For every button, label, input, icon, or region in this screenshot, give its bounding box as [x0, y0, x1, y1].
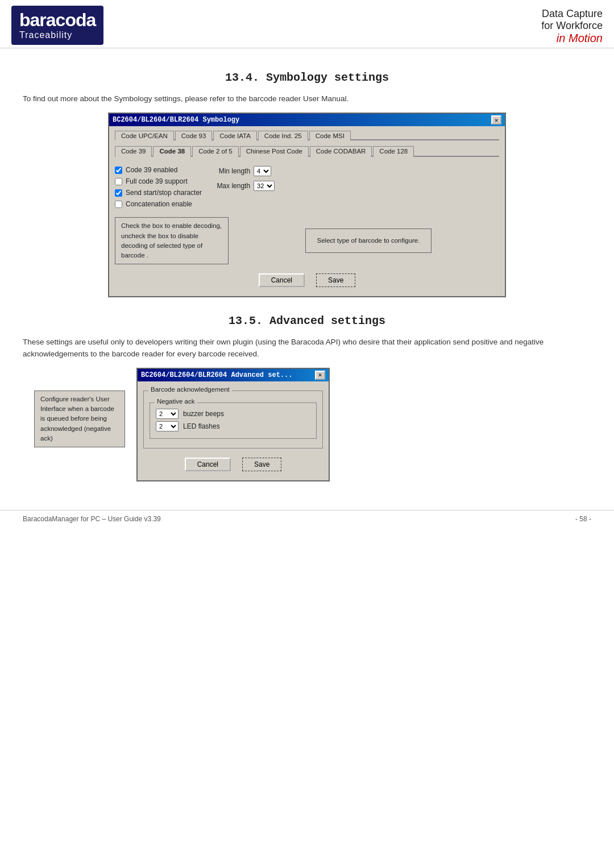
logo-sub-text: Traceability — [19, 30, 96, 40]
symbology-dialog: BC2604/BL2604/BLR2604 Symbology ✕ Code U… — [108, 113, 506, 297]
advanced-cancel-button[interactable]: Cancel — [185, 458, 231, 471]
symbology-tabs-row1: Code UPC/EAN Code 93 Code IATA Code Ind.… — [115, 131, 499, 140]
barcode-ack-group-title: Barcode acknowledgement — [148, 386, 232, 393]
send-start-stop-checkbox[interactable] — [115, 189, 122, 197]
logo-area: baracoda Traceability — [11, 6, 103, 45]
led-select[interactable]: 2 1 3 — [156, 421, 179, 431]
header-taglines: Data Capture for Workforce in Motion — [541, 6, 603, 45]
tagline-line1: Data Capture — [541, 8, 603, 20]
code39-enabled-label: Code 39 enabled — [126, 166, 177, 174]
send-start-stop-label: Send start/stop character — [126, 189, 202, 197]
advanced-tooltip: Configure reader's User Interface when a… — [34, 391, 125, 447]
advanced-close-button[interactable]: ✕ — [315, 371, 325, 380]
checkbox-row-1: Code 39 enabled — [115, 166, 202, 174]
max-length-label: Max length — [213, 182, 250, 190]
max-length-select[interactable]: 32 16 64 — [254, 181, 275, 191]
advanced-save-button[interactable]: Save — [242, 458, 281, 471]
min-length-label: Min length — [213, 167, 250, 175]
tooltip-right-box: Select type of barcode to configure. — [305, 229, 432, 253]
tab-code-93[interactable]: Code 93 — [175, 131, 212, 140]
max-length-row: Max length 32 16 64 — [213, 181, 275, 191]
checkbox-row-4: Concatenation enable — [115, 200, 202, 208]
symbology-dialog-title: BC2604/BL2604/BLR2604 Symbology — [113, 116, 239, 124]
checkbox-row-2: Full code 39 support — [115, 177, 202, 185]
page-content: 13.4. Symbology settings To find out mor… — [0, 48, 614, 499]
buzzer-row: 2 1 3 buzzer beeps — [156, 409, 310, 419]
full-code39-label: Full code 39 support — [126, 177, 188, 185]
tab-code-iata[interactable]: Code IATA — [213, 131, 257, 140]
led-label: LED flashes — [183, 422, 220, 430]
logo: baracoda Traceability — [11, 6, 103, 45]
negative-ack-group-title: Negative ack — [155, 398, 197, 405]
advanced-dialog: BC2604/BL2604/BLR2604 Advanced set... ✕ … — [136, 368, 330, 481]
advanced-dialog-buttons: Cancel Save — [143, 458, 323, 475]
section-13-5-desc: These settings are useful only to develo… — [23, 337, 591, 360]
concatenation-enable-label: Concatenation enable — [126, 200, 192, 208]
symbology-bottom-area: Check the box to enable decoding, unchec… — [115, 217, 499, 264]
tab-code-codabar[interactable]: Code CODABAR — [310, 146, 372, 157]
tab-code-ind-25[interactable]: Code Ind. 25 — [258, 131, 308, 140]
tab-code-2of5[interactable]: Code 2 of 5 — [192, 146, 238, 157]
advanced-dialog-body: Barcode acknowledgement Negative ack 2 1… — [138, 381, 329, 480]
barcode-ack-group: Barcode acknowledgement Negative ack 2 1… — [143, 391, 323, 448]
symbology-save-button[interactable]: Save — [316, 273, 355, 287]
negative-ack-group: Negative ack 2 1 3 buzzer beeps 2 — [150, 402, 317, 439]
page-header: baracoda Traceability Data Capture for W… — [0, 0, 614, 48]
advanced-dialog-title: BC2604/BL2604/BLR2604 Advanced set... — [141, 371, 292, 379]
symbology-cancel-button[interactable]: Cancel — [259, 273, 305, 287]
tooltip-left-box: Check the box to enable decoding, unchec… — [115, 217, 229, 264]
symbology-dialog-titlebar: BC2604/BL2604/BLR2604 Symbology ✕ — [109, 114, 505, 126]
buzzer-select[interactable]: 2 1 3 — [156, 409, 179, 419]
symbology-tooltip-right: Select type of barcode to configure. — [238, 217, 499, 264]
checkbox-row-3: Send start/stop character — [115, 189, 202, 197]
tagline-line2: for Workforce — [541, 20, 603, 32]
tab-chinese-post-code[interactable]: Chinese Post Code — [240, 146, 309, 157]
tab-code-msi[interactable]: Code MSI — [309, 131, 351, 140]
section-13-4-heading: 13.4. Symbology settings — [23, 71, 591, 84]
buzzer-label: buzzer beeps — [183, 410, 224, 418]
footer-right: - 58 - — [575, 515, 591, 523]
symbology-options-area: Code 39 enabled Full code 39 support Sen… — [115, 163, 499, 211]
symbology-tooltip-left: Check the box to enable decoding, unchec… — [115, 217, 229, 264]
full-code39-checkbox[interactable] — [115, 178, 122, 185]
tagline-line3: in Motion — [541, 32, 603, 45]
footer-left: BaracodaManager for PC – User Guide v3.3… — [23, 515, 161, 523]
tab-code-38[interactable]: Code 38 — [153, 146, 191, 157]
symbology-dialog-body: Code UPC/EAN Code 93 Code IATA Code Ind.… — [109, 126, 505, 296]
code39-enabled-checkbox[interactable] — [115, 167, 122, 174]
concatenation-enable-checkbox[interactable] — [115, 201, 122, 208]
symbology-close-button[interactable]: ✕ — [491, 115, 501, 124]
advanced-dialog-titlebar: BC2604/BL2604/BLR2604 Advanced set... ✕ — [138, 369, 329, 381]
symbology-tabs-row2: Code 39 Code 38 Code 2 of 5 Chinese Post… — [115, 146, 499, 157]
symbology-minmax-col: Min length 4 1 2 3 5 Max length — [213, 163, 275, 211]
page-footer: BaracodaManager for PC – User Guide v3.3… — [0, 510, 614, 528]
symbology-dialog-wrapper: BC2604/BL2604/BLR2604 Symbology ✕ Code U… — [23, 113, 591, 297]
advanced-wrapper: Configure reader's User Interface when a… — [23, 368, 591, 481]
symbology-dialog-buttons: Cancel Save — [115, 273, 499, 290]
tab-code-128[interactable]: Code 128 — [373, 146, 414, 157]
advanced-tooltip-box: Configure reader's User Interface when a… — [34, 391, 125, 447]
min-length-row: Min length 4 1 2 3 5 — [213, 166, 275, 176]
min-length-select[interactable]: 4 1 2 3 5 — [254, 166, 271, 176]
section-13-4-desc: To find out more about the Symbology set… — [23, 93, 591, 105]
tab-code-upc-ean[interactable]: Code UPC/EAN — [115, 131, 174, 140]
logo-main-text: baracoda — [19, 10, 96, 30]
section-13-5-heading: 13.5. Advanced settings — [23, 314, 591, 327]
led-row: 2 1 3 LED flashes — [156, 421, 310, 431]
tab-code-39[interactable]: Code 39 — [115, 146, 152, 157]
symbology-checkboxes: Code 39 enabled Full code 39 support Sen… — [115, 163, 202, 211]
